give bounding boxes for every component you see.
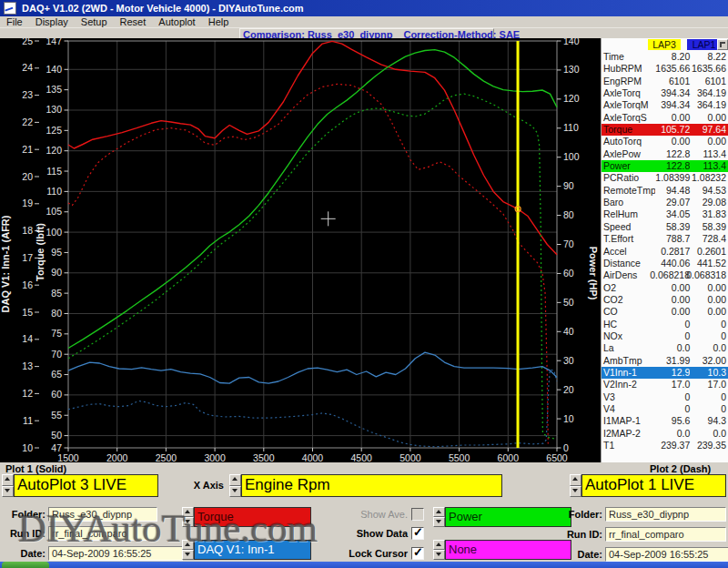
channel-value-lap1: 0.0 <box>690 342 728 354</box>
spinner-down-icon[interactable] <box>2 486 14 498</box>
spinner-up-icon[interactable] <box>433 507 445 517</box>
runid-field-right[interactable]: rr_final_comparo <box>605 527 726 542</box>
channel-label[interactable]: V3 <box>602 391 655 403</box>
menu-reset[interactable]: Reset <box>114 16 153 27</box>
channel-label[interactable]: Accel <box>602 246 655 258</box>
channel-value-lap3: 122.8 <box>655 160 691 172</box>
spinner-up-icon[interactable] <box>182 507 194 517</box>
channel-label[interactable]: AirDens <box>602 269 654 281</box>
series-power-dash <box>68 94 554 439</box>
channel-label[interactable]: V1Inn-1 <box>602 367 655 379</box>
y2-channel-selector[interactable]: DAQ V1: Inn-1 <box>182 540 311 560</box>
spinner-down-icon[interactable] <box>229 486 241 498</box>
spinner-up-icon[interactable] <box>2 474 14 486</box>
autoplot-left-value[interactable]: AutoPlot 3 LIVE <box>14 474 158 497</box>
channel-label[interactable]: Baro <box>602 197 655 208</box>
torque-tick-label: 85 <box>51 288 62 299</box>
y1-spinner[interactable] <box>182 507 194 527</box>
y1-channel-value[interactable]: Torque <box>194 507 311 527</box>
channel-label[interactable]: T1 <box>602 440 655 451</box>
folder-field-right[interactable]: Russ_e30_diypnp <box>605 507 726 522</box>
channel-label[interactable]: Speed <box>602 221 655 233</box>
spinner-up-icon[interactable] <box>433 540 445 550</box>
torque-tick-label: 65 <box>51 369 62 380</box>
taskbar[interactable] <box>0 562 728 568</box>
autoplot-right-value[interactable]: AutoPlot 1 LIVE <box>581 474 726 497</box>
y1-channel-selector[interactable]: Torque <box>182 507 311 527</box>
channel-label[interactable]: Power <box>602 160 655 172</box>
folder-field-left[interactable]: Russ_e30_diypnp <box>48 507 157 522</box>
channel-label[interactable]: AxlePow <box>602 148 655 160</box>
channel-label[interactable]: T.Effort <box>602 233 655 245</box>
spinner-up-icon[interactable] <box>182 540 194 550</box>
table-header-lap1[interactable]: LAP1 <box>687 39 721 50</box>
channel-label[interactable]: I1MAP-1 <box>602 415 655 427</box>
channel-label[interactable]: AmbTmp <box>602 355 655 367</box>
start-button[interactable] <box>2 562 49 568</box>
channel-label[interactable]: CO <box>602 306 655 318</box>
channel-label[interactable]: CO2 <box>602 294 655 306</box>
torque-tick-label: 125 <box>46 125 62 136</box>
channel-label[interactable]: Time <box>602 51 655 63</box>
show-data-checkbox[interactable] <box>411 527 424 540</box>
x-axis-spinner[interactable] <box>229 474 241 497</box>
channel-label[interactable]: AxleTorqM <box>602 99 655 111</box>
channel-label[interactable]: AxleTorqS <box>602 112 655 124</box>
spinner-up-icon[interactable] <box>229 474 241 486</box>
spinner-up-icon[interactable] <box>570 474 581 486</box>
y2-spinner[interactable] <box>182 540 194 560</box>
menu-setup[interactable]: Setup <box>75 16 114 27</box>
channel-label[interactable]: RelHum <box>602 208 655 220</box>
menu-file[interactable]: File <box>0 16 29 27</box>
y4-spinner[interactable] <box>433 540 445 560</box>
spinner-down-icon[interactable] <box>433 550 445 560</box>
autoplot-right-spinner[interactable] <box>570 474 581 497</box>
channel-label[interactable]: AxleTorq <box>602 87 655 99</box>
menu-help[interactable]: Help <box>202 16 236 27</box>
channel-label[interactable]: I2MAP-2 <box>602 428 655 440</box>
title-bar[interactable]: DAQ+ V1.02 (2WD - Motor Vehicle 4000) - … <box>0 0 728 16</box>
autoplot-left-selector[interactable]: AutoPlot 3 LIVE <box>2 474 158 497</box>
afr-tick-label: 24 <box>22 62 33 73</box>
afr-tick-label: 16 <box>22 279 33 290</box>
y3-spinner[interactable] <box>433 507 445 527</box>
table-row: Accel0.28170.2601 <box>602 246 728 258</box>
spinner-down-icon[interactable] <box>433 517 445 527</box>
x-axis-value[interactable]: Engine Rpm <box>241 474 502 497</box>
channel-label[interactable]: O2 <box>602 282 655 294</box>
channel-label[interactable]: EngRPM <box>602 76 655 87</box>
lock-cursor-checkbox[interactable] <box>411 547 424 560</box>
channel-label[interactable]: PCRatio <box>602 172 655 184</box>
autoplot-right-selector[interactable]: AutoPlot 1 LIVE <box>570 474 726 497</box>
date-field-left[interactable]: 04-Sep-2009 16:55:25 <box>48 546 183 561</box>
channel-label[interactable]: NOx <box>602 330 655 342</box>
spinner-down-icon[interactable] <box>570 486 581 498</box>
torque-tick-label: 60 <box>51 389 62 400</box>
rpm-tick-label: 4500 <box>351 452 373 462</box>
torque-tick-label: 100 <box>46 227 62 238</box>
channel-value-lap3: 1635.66 <box>655 63 691 75</box>
spinner-down-icon[interactable] <box>182 550 194 560</box>
channel-label[interactable]: HC <box>602 319 655 330</box>
panel-resize-icon[interactable] <box>717 39 728 50</box>
folder-label-left: Folder: <box>0 509 46 520</box>
channel-label[interactable]: La <box>602 342 655 354</box>
x-axis-selector[interactable]: Engine Rpm <box>229 474 502 497</box>
y2-channel-value[interactable]: DAQ V1: Inn-1 <box>194 540 311 560</box>
spinner-down-icon[interactable] <box>182 517 194 527</box>
show-ave-checkbox[interactable] <box>411 508 424 521</box>
channel-label[interactable]: RemoteTmp <box>602 185 655 197</box>
channel-value-lap3: 0.2817 <box>655 246 691 258</box>
date-field-right[interactable]: 04-Sep-2009 16:55:25 <box>605 547 728 562</box>
channel-label[interactable]: Torque <box>602 124 655 136</box>
menu-display[interactable]: Display <box>29 16 75 27</box>
channel-label[interactable]: HubRPM <box>602 63 655 75</box>
channel-label[interactable]: AutoTorq <box>602 136 655 147</box>
autoplot-left-spinner[interactable] <box>2 474 14 497</box>
runid-field-left[interactable]: rr_final_comparo <box>48 526 157 541</box>
channel-label[interactable]: Distance <box>602 258 655 269</box>
menu-autoplot[interactable]: Autoplot <box>152 16 201 27</box>
channel-label[interactable]: V4 <box>602 403 655 415</box>
table-header-lap3[interactable]: LAP3 <box>648 39 681 50</box>
channel-label[interactable]: V2Inn-2 <box>602 379 655 390</box>
